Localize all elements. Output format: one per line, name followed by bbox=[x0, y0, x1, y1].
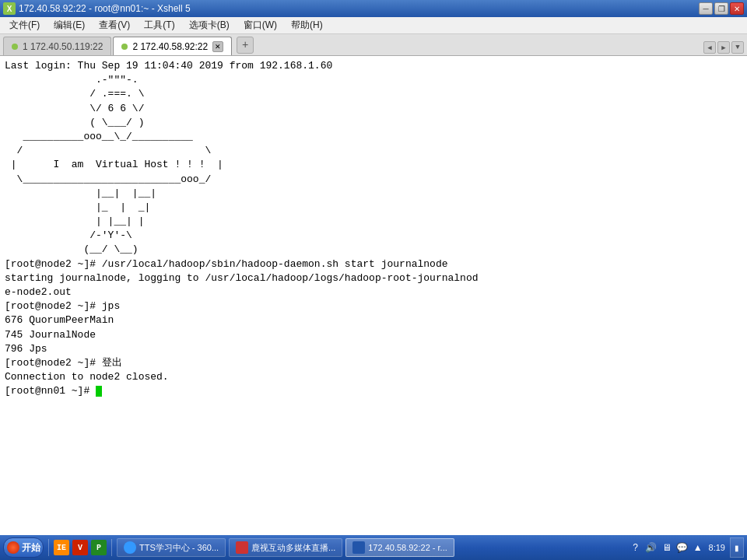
taskbar-btn-xshell-label: 172.40.58.92:22 - r... bbox=[368, 543, 447, 552]
tab-1-dot bbox=[12, 44, 18, 50]
terminal-cursor bbox=[96, 386, 102, 397]
terminal-line-pid3: 796 Jps bbox=[5, 343, 47, 355]
tab-bar: 1 172.40.50.119:22 2 172.40.58.92:22 ✕ +… bbox=[0, 34, 747, 56]
taskbar-divider-1 bbox=[48, 539, 49, 556]
taskbar-btn-tts[interactable]: TTS学习中心 - 360... bbox=[117, 538, 226, 557]
window-title: 172.40.58.92:22 - root@nn01:~ - Xshell 5 bbox=[19, 3, 191, 14]
tts-icon bbox=[124, 541, 136, 554]
taskbar-right: ? 🔊 🖥 💬 ▲ 8:19 ▮ bbox=[630, 537, 744, 558]
menu-tools[interactable]: 工具(T) bbox=[138, 17, 181, 33]
network-icon[interactable]: 🖥 bbox=[661, 541, 673, 554]
menu-window[interactable]: 窗口(W) bbox=[237, 17, 283, 33]
tab-navigation: ◀ ▶ ▼ bbox=[703, 41, 744, 54]
menu-bar: 文件(F) 编辑(E) 查看(V) 工具(T) 选项卡(B) 窗口(W) 帮助(… bbox=[0, 17, 747, 34]
terminal-line-jps-cmd: [root@node2 ~]# jps bbox=[5, 300, 120, 312]
terminal-ascii-art: .-"""-. / .===. \ \/ 6 6 \/ ( \___/ ) __… bbox=[5, 74, 223, 255]
terminal-line-log: starting journalnode, logging to /usr/lo… bbox=[5, 272, 479, 284]
help-systray-icon[interactable]: ? bbox=[630, 541, 642, 554]
taskbar-btn-video-label: 鹿视互动多媒体直播... bbox=[251, 542, 335, 554]
terminal-line-1: Last login: Thu Sep 19 11:04:40 2019 fro… bbox=[5, 60, 332, 72]
menu-edit[interactable]: 编辑(E) bbox=[47, 17, 91, 33]
arrow-icon[interactable]: ▲ bbox=[692, 541, 704, 554]
menu-file[interactable]: 文件(F) bbox=[3, 17, 46, 33]
add-tab-button[interactable]: + bbox=[237, 37, 254, 54]
systray: ? 🔊 🖥 💬 ▲ bbox=[630, 541, 704, 554]
tab-menu-button[interactable]: ▼ bbox=[731, 41, 744, 54]
tab-next-button[interactable]: ▶ bbox=[717, 41, 730, 54]
menu-view[interactable]: 查看(V) bbox=[93, 17, 136, 33]
terminal-line-prompt: [root@nn01 ~]# bbox=[5, 385, 96, 397]
windows-logo-icon bbox=[7, 541, 19, 554]
quicklaunch-icon-1[interactable]: IE bbox=[54, 540, 69, 555]
volume-icon[interactable]: 🔊 bbox=[645, 541, 658, 554]
chat-icon[interactable]: 💬 bbox=[676, 541, 689, 554]
minimize-button[interactable]: ─ bbox=[699, 2, 713, 15]
tab-1[interactable]: 1 172.40.50.119:22 bbox=[3, 37, 111, 55]
tab-2-label: 2 172.40.58.92:22 bbox=[132, 41, 208, 52]
show-desktop-button[interactable]: ▮ bbox=[730, 537, 744, 558]
system-clock[interactable]: 8:19 bbox=[709, 542, 725, 553]
quick-launch: IE V P bbox=[54, 540, 107, 555]
window-controls: ─ ❐ ✕ bbox=[699, 2, 744, 15]
taskbar-btn-tts-label: TTS学习中心 - 360... bbox=[139, 542, 219, 554]
tab-1-label: 1 172.40.50.119:22 bbox=[23, 41, 103, 52]
close-button[interactable]: ✕ bbox=[730, 2, 744, 15]
terminal-line-pid1: 676 QuorumPeerMain bbox=[5, 314, 114, 326]
start-label: 开始 bbox=[22, 541, 40, 555]
terminal-line-log2: e-node2.out bbox=[5, 286, 72, 298]
terminal-output[interactable]: Last login: Thu Sep 19 11:04:40 2019 fro… bbox=[0, 56, 747, 535]
quicklaunch-icon-3[interactable]: P bbox=[91, 540, 107, 555]
xshell-icon bbox=[352, 541, 365, 554]
menu-tabs[interactable]: 选项卡(B) bbox=[183, 17, 236, 33]
app-icon: X bbox=[3, 2, 16, 15]
terminal-line-cmd1: [root@node2 ~]# /usr/local/hadoop/sbin/h… bbox=[5, 258, 448, 270]
taskbar-divider-2 bbox=[111, 539, 112, 556]
taskbar-btn-video[interactable]: 鹿视互动多媒体直播... bbox=[229, 538, 342, 557]
tab-2-dot bbox=[121, 44, 128, 50]
start-button[interactable]: 开始 bbox=[3, 537, 44, 558]
tab-2[interactable]: 2 172.40.58.92:22 ✕ bbox=[113, 37, 232, 55]
terminal-line-conn-closed: Connection to node2 closed. bbox=[5, 371, 169, 383]
title-bar: X 172.40.58.92:22 - root@nn01:~ - Xshell… bbox=[0, 0, 747, 17]
video-icon bbox=[236, 541, 248, 554]
taskbar-btn-xshell[interactable]: 172.40.58.92:22 - r... bbox=[345, 538, 454, 557]
title-bar-left: X 172.40.58.92:22 - root@nn01:~ - Xshell… bbox=[3, 2, 191, 15]
tab-2-close[interactable]: ✕ bbox=[212, 41, 223, 52]
clock-time: 8:19 bbox=[709, 542, 725, 553]
tab-prev-button[interactable]: ◀ bbox=[703, 41, 716, 54]
terminal-line-logout-cmd: [root@node2 ~]# 登出 bbox=[5, 357, 122, 369]
quicklaunch-icon-2[interactable]: V bbox=[72, 540, 88, 555]
restore-button[interactable]: ❐ bbox=[714, 2, 728, 15]
taskbar: 开始 IE V P TTS学习中心 - 360... 鹿视互动多媒体直播... … bbox=[0, 535, 747, 560]
menu-help[interactable]: 帮助(H) bbox=[285, 17, 329, 33]
terminal-line-pid2: 745 JournalNode bbox=[5, 329, 96, 341]
